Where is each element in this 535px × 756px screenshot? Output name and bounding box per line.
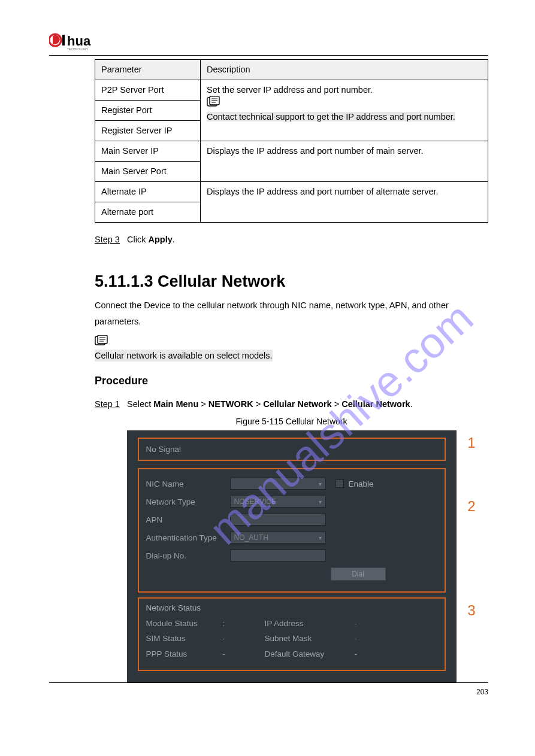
dial-button[interactable]: Dial	[331, 567, 386, 581]
dialno-label: Dial-up No.	[146, 550, 230, 562]
note-icon	[207, 96, 220, 107]
sim-status-label: SIM Status	[146, 633, 223, 645]
procedure-heading: Procedure	[95, 373, 488, 388]
svg-rect-1	[62, 35, 65, 45]
cell-register-ip: Register Server IP	[95, 121, 201, 141]
svg-text:TECHNOLOGY: TECHNOLOGY	[67, 47, 89, 51]
auth-label: Authentication Type	[146, 532, 230, 544]
callout-3: 3	[467, 600, 475, 621]
step-1-line: Step 1 Select Main Menu > NETWORK > Cell…	[95, 392, 488, 411]
figure-caption: Figure 5-115 Cellular Network	[95, 415, 488, 427]
apn-input[interactable]	[230, 514, 326, 526]
auth-select[interactable]: NO_AUTH	[230, 532, 326, 544]
apn-label: APN	[146, 514, 230, 526]
ip-label: IP Address	[265, 618, 355, 630]
parameter-table: Parameter Description P2P Server Port Se…	[95, 59, 488, 223]
note-icon	[95, 335, 108, 346]
enable-checkbox[interactable]	[335, 479, 344, 488]
cell-main-ip: Main Server IP	[95, 141, 201, 162]
th-parameter: Parameter	[95, 60, 201, 80]
section-heading: 5.11.1.3 Cellular Network	[95, 270, 488, 293]
cellular-network-screenshot: 1 2 3 No Signal NIC Name Enable Network …	[127, 430, 457, 683]
cell-alt-ip: Alternate IP	[95, 182, 201, 202]
nic-label: NIC Name	[146, 478, 230, 490]
callout-1: 1	[467, 433, 475, 454]
brand-logo: hua TECHNOLOGY	[49, 31, 488, 50]
status-box: Network Status Module Status : IP Addres…	[138, 597, 446, 670]
mask-label: Subnet Mask	[265, 633, 355, 645]
cell-alt-desc: Displays the IP address and port number …	[201, 182, 488, 223]
svg-text:hua: hua	[67, 34, 91, 48]
callout-2: 2	[467, 496, 475, 517]
dialno-input[interactable]	[230, 549, 326, 561]
gw-label: Default Gateway	[265, 648, 355, 660]
cell-p2p-port: P2P Server Port	[95, 80, 201, 101]
config-box: NIC Name Enable Network Type NOSERVICE A…	[138, 468, 446, 593]
ntype-select[interactable]: NOSERVICE	[230, 496, 326, 508]
signal-text: No Signal	[146, 445, 182, 454]
cell-register-port: Register Port	[95, 101, 201, 121]
cell-server-desc: Set the server IP address and port numbe…	[201, 80, 488, 141]
th-description: Description	[201, 60, 488, 80]
footer-divider	[49, 682, 488, 683]
ntype-label: Network Type	[146, 496, 230, 508]
cell-main-port: Main Server Port	[95, 162, 201, 182]
header-divider	[49, 55, 488, 56]
ppp-status-label: PPP Status	[146, 648, 223, 660]
enable-label: Enable	[349, 478, 374, 490]
step-3-line: Step 3 Click Apply.	[95, 227, 488, 246]
signal-box: No Signal	[138, 438, 446, 462]
step3-label: Step 3	[95, 233, 120, 246]
network-status-title: Network Status	[146, 602, 437, 614]
page-number: 203	[476, 688, 488, 696]
cell-alt-port: Alternate port	[95, 202, 201, 223]
nic-select[interactable]	[230, 478, 326, 490]
cell-main-desc: Displays the IP address and port number …	[201, 141, 488, 182]
module-status-label: Module Status	[146, 618, 223, 630]
step1-label: Step 1	[95, 398, 120, 411]
section-body: Connect the Device to the cellular netwo…	[95, 299, 488, 362]
